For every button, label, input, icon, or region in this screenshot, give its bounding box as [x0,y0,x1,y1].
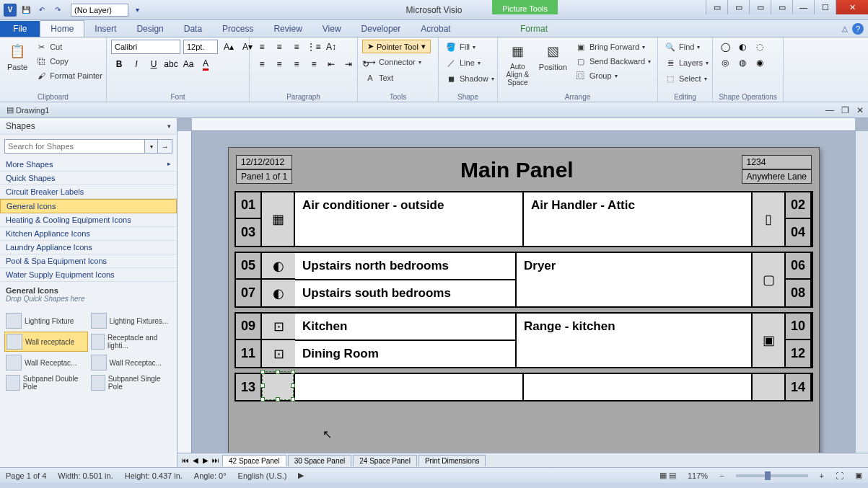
position-button[interactable]: ▧Position [536,40,570,73]
select-button[interactable]: ⬚Select▾ [662,71,709,86]
circuit-label[interactable]: Dryer [517,253,753,306]
page-tab[interactable]: 30 Space Panel [288,455,352,466]
shapes-header[interactable]: Shapes▾ [0,118,177,135]
case-button[interactable]: Aa [180,57,196,71]
chevron-down-icon[interactable]: ▾ [167,123,171,130]
justify-icon[interactable]: ≡ [306,57,322,71]
fullscreen-icon[interactable]: ▣ [855,471,862,480]
stencil-item[interactable]: Pool & Spa Equipment Icons [0,254,177,268]
stencil-item[interactable]: More Shapes▸ [0,158,177,172]
tab-design[interactable]: Design [126,21,173,37]
layers-button[interactable]: ≣Layers▾ [662,56,711,70]
circuit-label[interactable]: Upstairs south bedrooms [295,279,515,306]
search-go-icon[interactable]: → [158,139,172,154]
autoalign-button[interactable]: ▦Auto Align & Space [502,40,533,88]
outlet-icon[interactable]: ⊡ [262,340,295,367]
redo-icon[interactable]: ↷ [51,3,65,17]
find-button[interactable]: 🔍Find▾ [662,40,702,54]
font-color-button[interactable]: A [198,57,214,71]
file-tab[interactable]: File [0,21,40,37]
group-button[interactable]: ⿴Group▾ [573,68,653,83]
shape-item[interactable]: Subpanel Double Pole [4,373,88,392]
bullets-icon[interactable]: ⋮≡ [306,40,322,54]
tab-insert[interactable]: Insert [84,21,126,37]
circuit-label[interactable]: Upstairs north bedrooms [295,253,515,279]
stencil-item[interactable]: Laundry Appliance Icons [0,241,177,254]
macro-record-icon[interactable]: ▶ [298,471,304,480]
align-bottom-icon[interactable]: ≡ [289,40,304,54]
stencil-item[interactable]: Kitchen Appliance Icons [0,227,177,241]
shape-item[interactable]: Lighting Fixture [4,311,88,330]
stencil-item[interactable]: General Icons [0,199,177,213]
visio-app-icon[interactable]: V [3,3,17,17]
page-nav[interactable]: ⏮◀▶⏭ [177,456,221,464]
maximize-button[interactable]: ☐ [814,0,836,14]
circuit-label[interactable]: Air Handler - Attic [524,192,753,246]
align-middle-icon[interactable]: ≡ [271,40,287,54]
dryer-icon[interactable]: ▢ [753,253,786,306]
align-top-icon[interactable]: ≡ [254,40,270,54]
outlet-icon[interactable]: ⊡ [262,314,295,340]
stencil-item[interactable]: Quick Shapes [0,172,177,185]
stencil-item[interactable]: Heating & Cooling Equipment Icons [0,213,177,227]
qat-dropdown-icon[interactable]: ▾ [130,3,144,17]
minimize-ribbon-icon[interactable]: △ [842,25,848,32]
shape-item[interactable]: Wall Receptac... [89,353,173,372]
shape-item[interactable]: Wall Receptac... [4,353,88,372]
stencil-item[interactable]: Water Supply Equipment Icons [0,268,177,282]
stencil-item[interactable]: Circuit Breaker Labels [0,185,177,199]
minimize-button[interactable]: — [792,0,814,14]
shape-item[interactable]: Subpanel Single Pole [89,373,173,392]
line-button[interactable]: ／Line▾ [443,56,483,70]
align-right-icon[interactable]: ≡ [289,57,304,71]
doc-minimize-icon[interactable]: — [825,105,834,115]
air-handler-icon[interactable]: ▯ [753,192,786,246]
external-link4-icon[interactable]: ▭ [771,0,792,14]
shapeop3-icon[interactable]: ◌ [752,40,768,54]
search-dropdown-icon[interactable]: ▾ [145,139,158,154]
canvas[interactable]: 12/12/2012 Panel 1 of 1 Main Panel 1234 … [177,118,868,467]
increase-font-icon[interactable]: A▴ [221,40,237,54]
shape-item[interactable]: Wall receptacle [4,332,88,352]
zoom-level[interactable]: 117% [688,471,708,480]
help-icon[interactable]: ? [852,23,864,35]
shape-item[interactable]: Receptacle and lighti... [89,332,173,352]
tab-view[interactable]: View [312,21,351,37]
scrollbar-vertical[interactable] [855,131,868,453]
layer-combo[interactable]: (No Layer) [71,4,128,17]
format-painter-button[interactable]: 🖌Format Painter [33,68,105,83]
circuit-label[interactable]: Kitchen [295,314,515,340]
strikethrough-button[interactable]: abc [163,57,179,71]
paste-button[interactable]: 📋 Paste [4,40,30,73]
italic-button[interactable]: I [128,57,144,71]
shape-item[interactable]: Lighting Fixtures... [89,311,173,330]
align-center-icon[interactable]: ≡ [271,57,287,71]
page-tab[interactable]: Print Dimensions [418,455,486,466]
text-tool-button[interactable]: AText [362,71,395,85]
shapeop1-icon[interactable]: ◯ [717,40,733,54]
circuit-label[interactable] [524,374,753,400]
zoom-in-icon[interactable]: + [820,471,824,480]
search-input[interactable] [4,139,145,154]
circuit-label[interactable]: Air conditioner - outside [295,192,524,246]
tab-data[interactable]: Data [174,21,212,37]
shapeop4-icon[interactable]: ◎ [717,56,733,70]
align-left-icon[interactable]: ≡ [254,57,270,71]
ac-unit-icon[interactable]: ▦ [262,192,295,246]
page-tab[interactable]: 24 Space Panel [353,455,417,466]
circuit-label[interactable] [295,374,524,400]
doc-restore-icon[interactable]: ❐ [841,105,849,115]
external-link2-icon[interactable]: ▭ [727,0,749,14]
page-tab[interactable]: 42 Space Panel [222,455,286,466]
drawing-page[interactable]: 12/12/2012 Panel 1 of 1 Main Panel 1234 … [228,147,820,467]
circuit-label[interactable]: Range - kitchen [517,314,753,367]
connector-button[interactable]: ⟿Connector▾ [362,55,424,69]
fit-page-icon[interactable]: ⛶ [836,471,843,480]
close-button[interactable]: ✕ [836,0,868,14]
zoom-slider[interactable] [736,474,808,477]
tab-format[interactable]: Format [510,21,558,37]
doc-close-icon[interactable]: ✕ [856,105,864,115]
font-size-combo[interactable]: 12pt. [183,40,218,54]
tab-acrobat[interactable]: Acrobat [411,21,460,37]
font-name-combo[interactable]: Calibri [111,40,180,54]
